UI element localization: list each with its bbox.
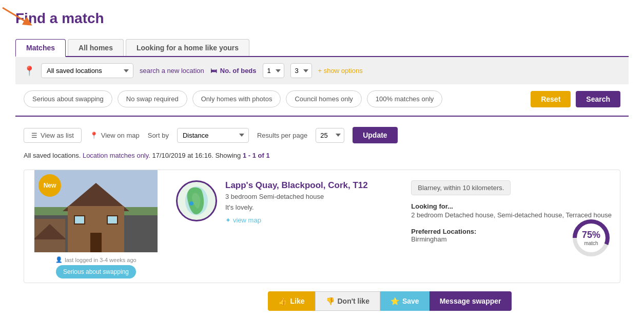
svg-line-1 [3, 8, 28, 23]
view-map-button[interactable]: 📍 View on map [90, 132, 140, 139]
cross-target-icon: ✦ [225, 216, 231, 224]
beds-min-select[interactable]: 1234 [263, 63, 284, 78]
saved-locations-text: All saved locations. [24, 152, 81, 159]
location-matches-text: Location matches only. [83, 152, 150, 159]
listing-description: 3 bedroom Semi-detached house [225, 193, 395, 200]
action-buttons: 👍 Like 👎 Don't like ⭐ Save Message swapp… [159, 291, 620, 311]
listing-details: Lapp's Quay, Blackpool, Cork, T12 3 bedr… [168, 170, 403, 283]
filter-matches-btn[interactable]: 100% matches only [367, 90, 442, 107]
search-button[interactable]: Search [576, 91, 620, 107]
match-circle: 75% match [571, 217, 612, 258]
star-icon: ⭐ [391, 297, 399, 305]
plus-icon: + [318, 67, 322, 75]
match-circle-wrapper: 75% match [411, 217, 612, 258]
tab-all-homes[interactable]: All homes [68, 39, 124, 56]
serious-about-swapping-badge[interactable]: Serious about swapping [56, 265, 136, 278]
filter-no-swap-btn[interactable]: No swap required [118, 90, 187, 107]
tabs-row: Matches All homes Looking for a home lik… [15, 39, 629, 57]
beds-label: 🛏 No. of beds [210, 67, 257, 75]
thumbs-down-icon: 👎 [326, 297, 335, 305]
filter-photos-btn[interactable]: Only homes with photos [192, 90, 281, 107]
results-per-page-label: Results per page [257, 132, 307, 139]
date-time-text: 17/10/2019 at 16:16. [152, 152, 213, 159]
update-button[interactable]: Update [353, 127, 397, 143]
arrow-indicator [0, 5, 36, 26]
listing-info: Lapp's Quay, Blackpool, Cork, T12 3 bedr… [225, 180, 395, 224]
message-swapper-button[interactable]: Message swapper [430, 291, 512, 311]
showing-range: 1 - 1 of 1 [243, 152, 270, 159]
tab-matches[interactable]: Matches [15, 39, 66, 57]
map-pin-icon: 📍 [90, 132, 98, 139]
ireland-map-svg [181, 183, 212, 219]
filter-council-btn[interactable]: Council homes only [286, 90, 361, 107]
new-badge: New [38, 174, 61, 197]
tab-looking-for[interactable]: Looking for a home like yours [126, 39, 249, 56]
bed-icon: 🛏 [210, 67, 217, 75]
listing-image-section: New 👤 last logged in 3-4 weeks ago Serio… [24, 170, 168, 283]
looking-for-title: Looking for... [411, 202, 612, 210]
listing-match-info: Blarney, within 10 kilometers. Looking f… [403, 170, 620, 283]
listing-title[interactable]: Lapp's Quay, Blackpool, Cork, T12 [225, 180, 395, 191]
dont-like-button[interactable]: 👎 Don't like [315, 291, 380, 311]
filter-buttons-row: Serious about swapping No swap required … [15, 84, 629, 114]
view-map-link[interactable]: ✦ view map [225, 216, 395, 224]
listing-image: New [34, 170, 158, 252]
view-list-button[interactable]: ☰ View as list [24, 128, 82, 143]
search-new-location-link[interactable]: search a new location [140, 67, 204, 75]
filter-serious-btn[interactable]: Serious about swapping [24, 90, 112, 107]
page-wrapper: Find a match Matches All homes Looking f… [0, 0, 644, 329]
last-logged-text: 👤 last logged in 3-4 weeks ago [55, 252, 136, 265]
list-icon: ☰ [31, 132, 37, 139]
location-tag: Blarney, within 10 kilometers. [411, 180, 511, 195]
filter-bar: 📍 All saved locations search a new locat… [15, 57, 629, 84]
view-controls: ☰ View as list 📍 View on map Sort by Dis… [15, 123, 629, 147]
sort-select[interactable]: Distance Date added Match % [177, 128, 249, 143]
showing-label: Showing [215, 152, 241, 159]
location-select[interactable]: All saved locations [41, 63, 133, 78]
show-options-link[interactable]: + show options [318, 67, 363, 75]
save-button[interactable]: ⭐ Save [380, 291, 430, 311]
section-divider [15, 116, 629, 117]
beds-max-select[interactable]: 1234 [290, 63, 312, 78]
listing-card: New 👤 last logged in 3-4 weeks ago Serio… [24, 170, 620, 283]
map-circle [176, 180, 217, 221]
thumbs-up-icon: 👍 [278, 297, 287, 305]
match-percentage: 75% match [582, 230, 600, 246]
reset-button[interactable]: Reset [531, 91, 571, 107]
results-per-page-select[interactable]: 10 25 50 100 [316, 128, 344, 143]
sort-by-label: Sort by [148, 132, 169, 139]
listing-note: It's lovely. [225, 203, 395, 211]
results-info: All saved locations. Location matches on… [15, 147, 629, 163]
like-button[interactable]: 👍 Like [268, 291, 315, 311]
user-icon: 👤 [55, 256, 63, 263]
location-pin-icon: 📍 [24, 65, 35, 77]
svg-point-3 [189, 201, 193, 206]
